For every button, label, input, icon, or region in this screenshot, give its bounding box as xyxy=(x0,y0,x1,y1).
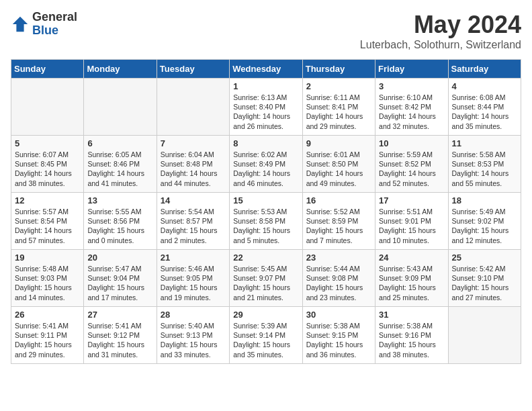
cell-content: Sunrise: 5:38 AMSunset: 9:16 PMDaylight:… xyxy=(379,321,444,359)
calendar-cell: 9Sunrise: 6:01 AMSunset: 8:50 PMDaylight… xyxy=(302,136,375,193)
day-header-sunday: Sunday xyxy=(11,60,84,79)
calendar-cell: 10Sunrise: 5:59 AMSunset: 8:52 PMDayligh… xyxy=(375,136,448,193)
calendar-cell: 7Sunrise: 6:04 AMSunset: 8:48 PMDaylight… xyxy=(157,136,229,193)
calendar-cell: 5Sunrise: 6:07 AMSunset: 8:45 PMDaylight… xyxy=(11,136,84,193)
calendar-cell xyxy=(448,307,521,364)
calendar-cell: 17Sunrise: 5:51 AMSunset: 9:01 PMDayligh… xyxy=(375,193,448,250)
cell-content: Sunrise: 5:38 AMSunset: 9:15 PMDaylight:… xyxy=(306,321,371,359)
calendar-cell: 13Sunrise: 5:55 AMSunset: 8:56 PMDayligh… xyxy=(84,193,157,250)
calendar-cell: 11Sunrise: 5:58 AMSunset: 8:53 PMDayligh… xyxy=(448,136,521,193)
day-number: 7 xyxy=(161,138,226,148)
days-of-week-row: SundayMondayTuesdayWednesdayThursdayFrid… xyxy=(11,60,521,79)
cell-content: Sunrise: 5:43 AMSunset: 9:09 PMDaylight:… xyxy=(379,264,444,302)
day-number: 16 xyxy=(306,195,371,205)
calendar-cell: 1Sunrise: 6:13 AMSunset: 8:40 PMDaylight… xyxy=(230,79,302,136)
calendar-cell xyxy=(157,79,229,136)
cell-content: Sunrise: 6:05 AMSunset: 8:46 PMDaylight:… xyxy=(87,150,152,188)
day-number: 14 xyxy=(161,195,226,205)
cell-content: Sunrise: 5:44 AMSunset: 9:08 PMDaylight:… xyxy=(306,264,371,302)
day-number: 5 xyxy=(15,138,80,148)
calendar-cell: 2Sunrise: 6:11 AMSunset: 8:41 PMDaylight… xyxy=(302,79,375,136)
page-header: General Blue May 2024 Luterbach, Solothu… xyxy=(11,11,521,51)
cell-content: Sunrise: 5:53 AMSunset: 8:58 PMDaylight:… xyxy=(233,207,298,245)
day-header-saturday: Saturday xyxy=(448,60,521,79)
cell-content: Sunrise: 5:58 AMSunset: 8:53 PMDaylight:… xyxy=(452,150,517,188)
day-number: 11 xyxy=(452,138,517,148)
logo: General Blue xyxy=(11,11,77,38)
day-number: 22 xyxy=(233,253,298,263)
calendar-cell: 21Sunrise: 5:46 AMSunset: 9:05 PMDayligh… xyxy=(157,250,229,307)
calendar-cell: 26Sunrise: 5:41 AMSunset: 9:11 PMDayligh… xyxy=(11,307,84,364)
calendar-cell: 6Sunrise: 6:05 AMSunset: 8:46 PMDaylight… xyxy=(84,136,157,193)
day-number: 27 xyxy=(87,310,152,320)
cell-content: Sunrise: 5:39 AMSunset: 9:14 PMDaylight:… xyxy=(233,321,298,359)
calendar-cell: 23Sunrise: 5:44 AMSunset: 9:08 PMDayligh… xyxy=(302,250,375,307)
cell-content: Sunrise: 6:10 AMSunset: 8:42 PMDaylight:… xyxy=(379,93,444,131)
day-number: 1 xyxy=(233,81,298,91)
cell-content: Sunrise: 5:42 AMSunset: 9:10 PMDaylight:… xyxy=(452,264,517,302)
week-row-3: 12Sunrise: 5:57 AMSunset: 8:54 PMDayligh… xyxy=(11,193,521,250)
day-number: 4 xyxy=(452,81,517,91)
title-block: May 2024 Luterbach, Solothurn, Switzerla… xyxy=(360,11,521,51)
calendar-cell: 3Sunrise: 6:10 AMSunset: 8:42 PMDaylight… xyxy=(375,79,448,136)
calendar-cell xyxy=(11,79,84,136)
calendar-cell: 30Sunrise: 5:38 AMSunset: 9:15 PMDayligh… xyxy=(302,307,375,364)
logo-blue: Blue xyxy=(32,24,77,38)
day-number: 15 xyxy=(233,195,298,205)
day-number: 19 xyxy=(15,253,80,263)
calendar-cell: 16Sunrise: 5:52 AMSunset: 8:59 PMDayligh… xyxy=(302,193,375,250)
calendar-cell: 27Sunrise: 5:41 AMSunset: 9:12 PMDayligh… xyxy=(84,307,157,364)
calendar-cell: 8Sunrise: 6:02 AMSunset: 8:49 PMDaylight… xyxy=(230,136,302,193)
day-number: 12 xyxy=(15,195,80,205)
calendar-cell: 18Sunrise: 5:49 AMSunset: 9:02 PMDayligh… xyxy=(448,193,521,250)
day-header-monday: Monday xyxy=(84,60,157,79)
day-header-wednesday: Wednesday xyxy=(230,60,302,79)
cell-content: Sunrise: 5:55 AMSunset: 8:56 PMDaylight:… xyxy=(87,207,152,245)
week-row-4: 19Sunrise: 5:48 AMSunset: 9:03 PMDayligh… xyxy=(11,250,521,307)
day-number: 10 xyxy=(379,138,444,148)
calendar-cell: 19Sunrise: 5:48 AMSunset: 9:03 PMDayligh… xyxy=(11,250,84,307)
calendar-cell: 4Sunrise: 6:08 AMSunset: 8:44 PMDaylight… xyxy=(448,79,521,136)
cell-content: Sunrise: 5:45 AMSunset: 9:07 PMDaylight:… xyxy=(233,264,298,302)
day-number: 2 xyxy=(306,81,371,91)
day-number: 29 xyxy=(233,310,298,320)
week-row-1: 1Sunrise: 6:13 AMSunset: 8:40 PMDaylight… xyxy=(11,79,521,136)
day-number: 24 xyxy=(379,253,444,263)
cell-content: Sunrise: 6:02 AMSunset: 8:49 PMDaylight:… xyxy=(233,150,298,188)
day-header-thursday: Thursday xyxy=(302,60,375,79)
week-row-2: 5Sunrise: 6:07 AMSunset: 8:45 PMDaylight… xyxy=(11,136,521,193)
day-header-friday: Friday xyxy=(375,60,448,79)
cell-content: Sunrise: 5:48 AMSunset: 9:03 PMDaylight:… xyxy=(15,264,80,302)
logo-text: General Blue xyxy=(32,11,77,38)
day-number: 13 xyxy=(87,195,152,205)
cell-content: Sunrise: 5:41 AMSunset: 9:11 PMDaylight:… xyxy=(15,321,80,359)
logo-general: General xyxy=(32,11,77,24)
cell-content: Sunrise: 5:52 AMSunset: 8:59 PMDaylight:… xyxy=(306,207,371,245)
location: Luterbach, Solothurn, Switzerland xyxy=(360,39,521,51)
day-number: 18 xyxy=(452,195,517,205)
calendar-cell: 28Sunrise: 5:40 AMSunset: 9:13 PMDayligh… xyxy=(157,307,229,364)
month-title: May 2024 xyxy=(360,11,521,39)
cell-content: Sunrise: 5:57 AMSunset: 8:54 PMDaylight:… xyxy=(15,207,80,245)
calendar-cell xyxy=(84,79,157,136)
calendar-cell: 20Sunrise: 5:47 AMSunset: 9:04 PMDayligh… xyxy=(84,250,157,307)
cell-content: Sunrise: 5:47 AMSunset: 9:04 PMDaylight:… xyxy=(87,264,152,302)
day-number: 3 xyxy=(379,81,444,91)
cell-content: Sunrise: 5:51 AMSunset: 9:01 PMDaylight:… xyxy=(379,207,444,245)
calendar-cell: 29Sunrise: 5:39 AMSunset: 9:14 PMDayligh… xyxy=(230,307,302,364)
cell-content: Sunrise: 5:46 AMSunset: 9:05 PMDaylight:… xyxy=(161,264,226,302)
cell-content: Sunrise: 6:04 AMSunset: 8:48 PMDaylight:… xyxy=(161,150,226,188)
calendar-body: 1Sunrise: 6:13 AMSunset: 8:40 PMDaylight… xyxy=(11,79,521,364)
cell-content: Sunrise: 5:40 AMSunset: 9:13 PMDaylight:… xyxy=(161,321,226,359)
calendar-cell: 24Sunrise: 5:43 AMSunset: 9:09 PMDayligh… xyxy=(375,250,448,307)
cell-content: Sunrise: 6:08 AMSunset: 8:44 PMDaylight:… xyxy=(452,93,517,131)
cell-content: Sunrise: 5:54 AMSunset: 8:57 PMDaylight:… xyxy=(161,207,226,245)
day-number: 9 xyxy=(306,138,371,148)
day-number: 30 xyxy=(306,310,371,320)
svg-marker-0 xyxy=(13,17,28,32)
cell-content: Sunrise: 6:11 AMSunset: 8:41 PMDaylight:… xyxy=(306,93,371,131)
calendar-cell: 14Sunrise: 5:54 AMSunset: 8:57 PMDayligh… xyxy=(157,193,229,250)
cell-content: Sunrise: 6:07 AMSunset: 8:45 PMDaylight:… xyxy=(15,150,80,188)
day-number: 23 xyxy=(306,253,371,263)
logo-icon xyxy=(11,15,30,34)
